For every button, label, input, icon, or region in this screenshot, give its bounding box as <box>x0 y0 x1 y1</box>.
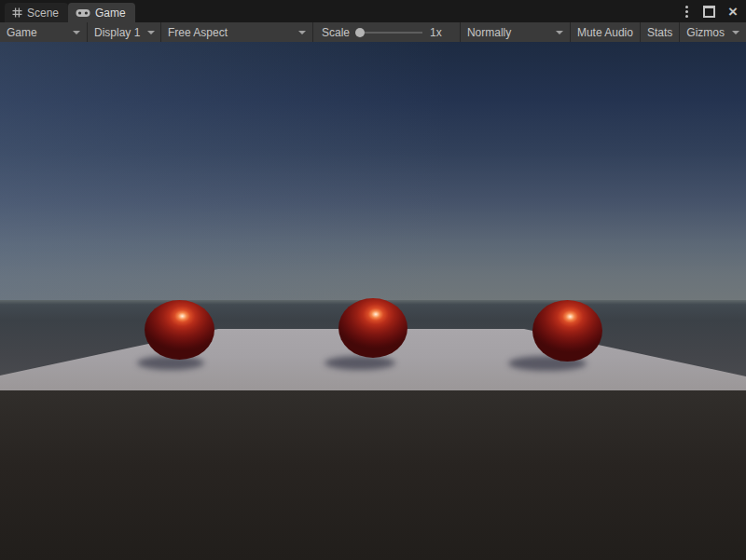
toolbar-right-group: Normally Mute Audio Stats Gizmos <box>460 22 746 42</box>
maximize-icon[interactable] <box>703 6 715 18</box>
tab-scene[interactable]: Scene <box>5 3 68 22</box>
display-dropdown[interactable]: Display 1 <box>88 22 161 42</box>
game-mode-label: Game <box>7 26 37 39</box>
unity-game-view-window: Scene Game × Game Display 1 <box>0 0 746 560</box>
tab-game[interactable]: Game <box>68 3 135 22</box>
tab-scene-label: Scene <box>27 7 59 20</box>
lower-skybox-ground <box>0 389 746 560</box>
aspect-ratio-dropdown[interactable]: Free Aspect <box>161 22 313 42</box>
kebab-menu-icon[interactable] <box>684 4 690 20</box>
sphere-3 <box>532 300 602 362</box>
chevron-down-icon <box>556 31 563 34</box>
gizmos-dropdown[interactable]: Gizmos <box>679 22 746 42</box>
game-mode-dropdown[interactable]: Game <box>0 22 88 42</box>
tab-bar: Scene Game × <box>0 0 746 22</box>
stats-label: Stats <box>647 26 672 39</box>
sphere-2 <box>338 298 408 358</box>
window-controls: × <box>684 0 746 22</box>
game-render-viewport <box>0 42 746 560</box>
game-view-toolbar: Game Display 1 Free Aspect Scale 1x Norm… <box>0 22 746 42</box>
chevron-down-icon <box>732 31 739 34</box>
scale-slider[interactable] <box>355 22 422 42</box>
close-icon[interactable]: × <box>728 4 738 20</box>
enter-play-mode-label: Normally <box>467 26 511 39</box>
gamepad-icon <box>76 8 90 18</box>
scale-value: 1x <box>430 26 442 39</box>
gizmos-label: Gizmos <box>686 26 725 39</box>
enter-play-mode-dropdown[interactable]: Normally <box>460 22 570 42</box>
chevron-down-icon <box>298 31 306 34</box>
scale-slider-track[interactable] <box>355 32 422 34</box>
scale-label: Scale <box>322 26 350 39</box>
stats-button[interactable]: Stats <box>640 22 679 42</box>
chevron-down-icon <box>147 31 155 34</box>
display-label: Display 1 <box>94 26 140 39</box>
scale-slider-knob[interactable] <box>355 28 365 37</box>
aspect-label: Free Aspect <box>168 26 228 39</box>
grid-icon <box>12 7 22 18</box>
mute-audio-label: Mute Audio <box>577 26 633 39</box>
tab-game-label: Game <box>95 7 126 20</box>
sphere-2-shadow <box>325 356 395 370</box>
skybox-gradient <box>0 42 746 301</box>
sphere-1 <box>145 300 214 360</box>
mute-audio-button[interactable]: Mute Audio <box>570 22 640 42</box>
chevron-down-icon <box>73 31 80 34</box>
